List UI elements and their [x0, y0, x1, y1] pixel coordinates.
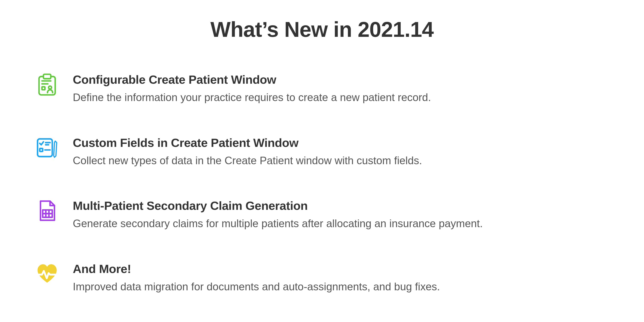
feature-item: Custom Fields in Create Patient Window C…: [34, 135, 610, 168]
feature-item: Multi-Patient Secondary Claim Generation…: [34, 198, 610, 231]
feature-list: Configurable Create Patient Window Defin…: [34, 72, 610, 294]
svg-rect-6: [38, 139, 52, 156]
heart-pulse-icon: [34, 261, 60, 287]
checklist-pencil-icon: [34, 135, 60, 160]
whats-new-page: What’s New in 2021.14 Configurable Creat…: [0, 0, 644, 294]
page-title: What’s New in 2021.14: [34, 17, 610, 42]
svg-rect-9: [40, 148, 43, 151]
feature-title: Custom Fields in Create Patient Window: [73, 136, 610, 150]
svg-point-5: [48, 86, 52, 89]
feature-item: Configurable Create Patient Window Defin…: [34, 72, 610, 105]
feature-description: Improved data migration for documents an…: [73, 280, 610, 294]
feature-description: Generate secondary claims for multiple p…: [73, 216, 610, 231]
feature-title: And More!: [73, 262, 610, 276]
feature-title: Configurable Create Patient Window: [73, 72, 610, 86]
svg-rect-1: [44, 74, 51, 79]
feature-title: Multi-Patient Secondary Claim Generation: [73, 199, 610, 212]
clipboard-person-icon: [34, 72, 60, 98]
feature-text: Configurable Create Patient Window Defin…: [73, 72, 610, 105]
feature-item: And More! Improved data migration for do…: [34, 261, 610, 294]
feature-description: Define the information your practice req…: [73, 90, 610, 105]
feature-description: Collect new types of data in the Create …: [73, 154, 610, 168]
feature-text: Multi-Patient Secondary Claim Generation…: [73, 198, 610, 231]
feature-text: Custom Fields in Create Patient Window C…: [73, 135, 610, 168]
spreadsheet-icon: [34, 198, 60, 224]
feature-text: And More! Improved data migration for do…: [73, 261, 610, 294]
svg-rect-4: [42, 87, 45, 90]
